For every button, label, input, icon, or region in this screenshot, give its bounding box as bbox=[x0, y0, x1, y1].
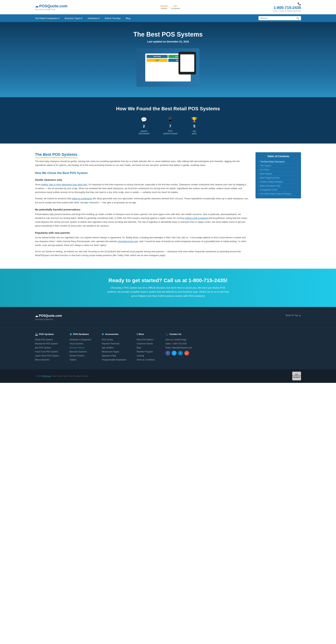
logo[interactable]: ☁ POSQuote.com bbox=[35, 4, 67, 8]
footer-bottom: © 2019 POSQuote. Your Point of Sale Pros… bbox=[0, 369, 336, 383]
toc-link-7[interactable]: ● Comparison Chart bbox=[258, 188, 298, 191]
stat-picks-label: top picks bbox=[192, 130, 197, 135]
footer-link[interactable]: Customer Stories bbox=[137, 342, 153, 345]
footer-link[interactable]: Restaurant POS System bbox=[35, 342, 58, 345]
footer-logo: ☁ POSQuote.com bbox=[35, 314, 62, 318]
nav-top-rated[interactable]: Top Rated Companies ▾ bbox=[35, 17, 60, 20]
toc-bullet-icon: ● bbox=[258, 181, 259, 183]
nav-blog[interactable]: Blog bbox=[126, 17, 130, 20]
footer-link[interactable]: Why POS Nation? bbox=[137, 338, 154, 341]
footer-link[interactable]: Restaurant Pagers bbox=[102, 350, 119, 353]
link-surfactants[interactable]: relied on surfactants bbox=[72, 197, 92, 200]
toc-item-8[interactable]: ● Our Other Baby Product Reviews bbox=[258, 192, 298, 196]
footer-link[interactable]: POS Scales bbox=[102, 338, 113, 341]
accredited-badge: BBB ACCREDITED BUSINESS bbox=[292, 372, 301, 380]
article-h1: The Best POS Systems bbox=[35, 152, 77, 158]
footer-link[interactable]: Payment Terminals bbox=[102, 342, 120, 345]
main-content: The Best POS Systems The best baby shamp… bbox=[0, 144, 336, 269]
article-h3-3: Popularity with new parents bbox=[35, 231, 248, 234]
footer-col-accessories: ⚙ Accessories POS Scales Payment Termina… bbox=[102, 333, 126, 362]
list-item: Restaurant POS System bbox=[35, 342, 59, 345]
footer-link[interactable]: Programmable Keyboards bbox=[102, 358, 126, 361]
toc-link-0[interactable]: ● The Best Baby Shampoos bbox=[258, 160, 298, 163]
footer-nav: 💻 POS Systems Retail POS System Restaura… bbox=[0, 328, 336, 369]
companies-count: 80+ bbox=[174, 5, 177, 7]
footer-link[interactable]: Kitchen Printers bbox=[70, 354, 84, 357]
toc-item-6[interactable]: ● Baby Shampoos FAQ bbox=[258, 184, 298, 188]
footer-link[interactable]: Blog bbox=[137, 346, 141, 349]
search-icon[interactable]: 🔍 bbox=[296, 17, 299, 20]
facebook-icon[interactable]: f bbox=[165, 351, 170, 356]
toc-bullet-icon: ● bbox=[258, 177, 259, 179]
linkedin-icon[interactable]: in bbox=[178, 351, 183, 356]
list-item: Email: sales@posquote.com bbox=[165, 346, 192, 349]
nav-before-you-buy[interactable]: Before You Buy bbox=[105, 17, 121, 20]
toc-link-2[interactable]: ● Our Picks bbox=[258, 168, 298, 171]
toc-item-7[interactable]: ● Comparison Chart bbox=[258, 188, 298, 192]
article-p3: Preservatives help prevent bacteria and … bbox=[35, 212, 248, 228]
stat-experts-number: 2 bbox=[143, 124, 145, 128]
footer-link[interactable]: Age Verifiers bbox=[102, 346, 114, 349]
toc-link-4[interactable]: ● Best Fragrance-Free bbox=[258, 176, 298, 179]
toc-bullet-icon: ● bbox=[258, 185, 259, 187]
search-box[interactable]: 🔍 bbox=[258, 16, 301, 20]
stat-experts: 💬 2 experts interviewed bbox=[139, 117, 149, 135]
back-to-top-button[interactable]: Back To Top ▲ bbox=[286, 314, 301, 316]
toc-link-1[interactable]: ● The Search bbox=[258, 164, 298, 167]
phone-number[interactable]: 1-800-715-2435 bbox=[273, 6, 301, 10]
toc-link-8[interactable]: ● Our Other Baby Product Reviews bbox=[258, 193, 298, 195]
footer-link[interactable]: Retail POS System bbox=[35, 338, 53, 341]
search-input[interactable] bbox=[260, 17, 295, 20]
link-babies-skin[interactable]: babies' skin is more absorbent than adul… bbox=[41, 183, 87, 186]
footer-col-hardware-links: Hardware & Equipment Touch Screens Recei… bbox=[70, 338, 91, 361]
list-item: Hardware & Equipment bbox=[70, 338, 91, 341]
toc-item-5[interactable]: ● Guide to Baby Shampoo bbox=[258, 180, 298, 184]
list-item: Kitchen Printers bbox=[70, 354, 91, 357]
footer-sales-link[interactable]: Sales: 1-800-715-2435 bbox=[165, 342, 187, 345]
cta-section: Ready to get started? Call us at 1-800-7… bbox=[0, 269, 336, 307]
tablet-device bbox=[178, 52, 196, 74]
footer-link[interactable]: Barcode Scanners bbox=[70, 350, 87, 353]
footer-email-link[interactable]: Email: sales@posquote.com bbox=[165, 346, 192, 349]
chevron-up-icon: ▲ bbox=[299, 314, 301, 316]
footer-link[interactable]: Tablets bbox=[70, 358, 76, 361]
list-item: POS Scales bbox=[102, 338, 126, 341]
hero-title: The Best POS Systems bbox=[35, 31, 301, 38]
link-chemistscorner[interactable]: chemistscorner.com bbox=[118, 240, 138, 243]
footer-visit-link[interactable]: Visit our Contact Page bbox=[165, 338, 186, 341]
footer-link[interactable]: More Industries bbox=[35, 358, 50, 361]
toc-item-4[interactable]: ● Best Fragrance-Free bbox=[258, 176, 298, 180]
header-phone: 📞 1-800-715-2435 CALL FOR A FREE QUOTE bbox=[273, 2, 301, 12]
footer-link[interactable]: Terms & Conditions bbox=[137, 358, 155, 361]
twitter-icon[interactable]: t bbox=[172, 351, 177, 356]
toc-item-2[interactable]: ● Our Picks bbox=[258, 168, 298, 172]
list-item: Leasing bbox=[137, 354, 155, 357]
footer-link[interactable]: Food Truck POS System bbox=[35, 350, 58, 353]
cta-description: Choosing a POS system can be a difficult… bbox=[107, 286, 229, 298]
stat-experts-label: experts interviewed bbox=[139, 130, 149, 135]
footer-logo-area: ☁ POSQuote.com Your Point of Sale Pros bbox=[35, 314, 62, 320]
nav-business-types[interactable]: Business Types ▾ bbox=[65, 17, 83, 20]
tablet-screen bbox=[180, 54, 194, 72]
link-mothers[interactable]: mothers that contained bbox=[185, 217, 208, 220]
footer-link[interactable]: Signature Pads bbox=[102, 354, 116, 357]
toc-link-6[interactable]: ● Baby Shampoos FAQ bbox=[258, 184, 298, 187]
footer-link[interactable]: Leasing bbox=[137, 354, 144, 357]
footer-link[interactable]: Bar POS System bbox=[35, 346, 51, 349]
nav-hardware[interactable]: Hardware ▾ bbox=[88, 17, 99, 20]
footer-link-highlight[interactable]: Receipt Printers bbox=[70, 346, 84, 349]
toc-link-3[interactable]: ● Best Organic bbox=[258, 172, 298, 175]
footer-link[interactable]: Reseller Program bbox=[137, 350, 153, 353]
toc-item-1[interactable]: ● The Search bbox=[258, 164, 298, 168]
gplus-icon[interactable]: g+ bbox=[184, 351, 189, 356]
toc-list: ● The Best Baby Shampoos ● The Search ● … bbox=[258, 160, 298, 196]
toc-link-5[interactable]: ● Guide to Baby Shampoo bbox=[258, 180, 298, 183]
toc-item-3[interactable]: ● Best Organic bbox=[258, 172, 298, 176]
footer-brand-link[interactable]: POSQuote bbox=[42, 375, 51, 377]
footer-link[interactable]: Touch Screens bbox=[70, 342, 83, 345]
toc-item-0[interactable]: ● The Best Baby Shampoos bbox=[258, 160, 298, 164]
footer-link[interactable]: Liquor Store POS System bbox=[35, 354, 59, 357]
list-item: Retail POS System bbox=[35, 338, 59, 341]
footer-link[interactable]: Hardware & Equipment bbox=[70, 338, 91, 341]
article: The Best POS Systems The best baby shamp… bbox=[35, 152, 248, 260]
